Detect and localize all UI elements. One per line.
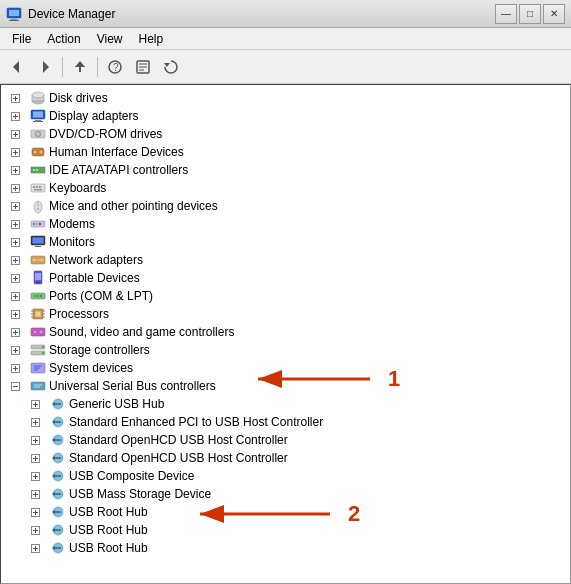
tree-item-label: Storage controllers <box>49 343 150 357</box>
tree-expander[interactable] <box>27 396 43 412</box>
tree-expander[interactable] <box>7 360 23 376</box>
tree-item-label: Ports (COM & LPT) <box>49 289 153 303</box>
help-button[interactable]: ? <box>102 54 128 80</box>
tree-item-generic-usb-hub[interactable]: Generic USB Hub <box>1 395 570 413</box>
tree-item-label: Keyboards <box>49 181 106 195</box>
tree-expander[interactable] <box>7 342 23 358</box>
tree-item-label: System devices <box>49 361 133 375</box>
tree-item-portable-devices[interactable]: Portable Devices <box>1 269 570 287</box>
tree-item-icon-monitor <box>30 234 46 250</box>
properties-button[interactable] <box>130 54 156 80</box>
tree-expander[interactable] <box>7 126 23 142</box>
tree-item-modems[interactable]: Modems <box>1 215 570 233</box>
tree-item-network-adapters[interactable]: Network adapters <box>1 251 570 269</box>
menu-help[interactable]: Help <box>131 30 172 48</box>
tree-item-label: Generic USB Hub <box>69 397 164 411</box>
svg-rect-50 <box>33 186 35 188</box>
tree-item-icon-usb <box>30 378 46 394</box>
tree-item-usb-root-hub-3[interactable]: USB Root Hub <box>1 539 570 557</box>
tree-expander[interactable] <box>7 288 23 304</box>
tree-expander[interactable] <box>7 198 23 214</box>
tree-expander[interactable] <box>7 108 23 124</box>
tree-expander[interactable] <box>7 378 23 394</box>
tree-item-dvd-cdrom[interactable]: DVD/CD-ROM drives <box>1 125 570 143</box>
title-bar-left: Device Manager <box>6 6 115 22</box>
update-button[interactable] <box>158 54 184 80</box>
tree-item-icon-cpu <box>30 306 46 322</box>
tree-item-usb-composite[interactable]: USB Composite Device <box>1 467 570 485</box>
tree-item-sound-video[interactable]: Sound, video and game controllers <box>1 323 570 341</box>
tree-item-icon-usb-device <box>50 522 66 538</box>
tree-item-standard-openhcd-2[interactable]: Standard OpenHCD USB Host Controller <box>1 449 570 467</box>
tree-expander[interactable] <box>7 162 23 178</box>
tree-item-label: IDE ATA/ATAPI controllers <box>49 163 188 177</box>
close-button[interactable]: ✕ <box>543 4 565 24</box>
tree-item-icon-usb-device <box>50 486 66 502</box>
tree-item-disk-drives[interactable]: Disk drives <box>1 89 570 107</box>
tree-item-processors[interactable]: Processors <box>1 305 570 323</box>
back-button[interactable] <box>4 54 30 80</box>
tree-item-icon-keyboard <box>30 180 46 196</box>
tree-item-ide-ata[interactable]: IDE ATA/ATAPI controllers <box>1 161 570 179</box>
tree-item-usb-root-hub-2[interactable]: USB Root Hub <box>1 521 570 539</box>
tree-item-storage-controllers[interactable]: Storage controllers <box>1 341 570 359</box>
tree-expander[interactable] <box>27 432 43 448</box>
tree-expander[interactable] <box>7 180 23 196</box>
tree-item-usb-root-hub-1[interactable]: USB Root Hub <box>1 503 570 521</box>
tree-item-human-interface[interactable]: Human Interface Devices <box>1 143 570 161</box>
tree-item-display-adapters[interactable]: Display adapters <box>1 107 570 125</box>
tree-expander[interactable] <box>27 450 43 466</box>
device-tree[interactable]: Disk drivesDisplay adaptersDVD/CD-ROM dr… <box>0 84 571 584</box>
tree-item-label: Modems <box>49 217 95 231</box>
svg-point-79 <box>41 259 44 262</box>
forward-button[interactable] <box>32 54 58 80</box>
menu-view[interactable]: View <box>89 30 131 48</box>
tree-expander[interactable] <box>27 468 43 484</box>
main-wrapper: Disk drivesDisplay adaptersDVD/CD-ROM dr… <box>0 84 571 584</box>
tree-item-icon-sound <box>30 324 46 340</box>
tree-item-icon-usb-device <box>50 396 66 412</box>
tree-item-monitors[interactable]: Monitors <box>1 233 570 251</box>
menu-file[interactable]: File <box>4 30 39 48</box>
svg-point-20 <box>32 92 44 98</box>
tree-expander[interactable] <box>7 90 23 106</box>
up-button[interactable] <box>67 54 93 80</box>
tree-item-standard-openhcd-1[interactable]: Standard OpenHCD USB Host Controller <box>1 431 570 449</box>
tree-item-icon-display <box>30 108 46 124</box>
tree-item-usb-mass-storage[interactable]: USB Mass Storage Device <box>1 485 570 503</box>
tree-expander[interactable] <box>27 522 43 538</box>
tree-expander[interactable] <box>7 324 23 340</box>
tree-item-mice[interactable]: Mice and other pointing devices <box>1 197 570 215</box>
svg-point-109 <box>39 330 43 334</box>
tree-expander[interactable] <box>27 540 43 556</box>
tree-item-icon-usb-device <box>50 504 66 520</box>
tree-item-standard-enhanced-pci[interactable]: Standard Enhanced PCI to USB Host Contro… <box>1 413 570 431</box>
minimize-button[interactable]: — <box>495 4 517 24</box>
menu-action[interactable]: Action <box>39 30 88 48</box>
svg-rect-52 <box>39 186 41 188</box>
tree-item-label: USB Root Hub <box>69 523 148 537</box>
tree-item-ports[interactable]: Ports (COM & LPT) <box>1 287 570 305</box>
tree-expander[interactable] <box>27 414 43 430</box>
svg-rect-126 <box>31 382 45 390</box>
maximize-button[interactable]: □ <box>519 4 541 24</box>
tree-expander[interactable] <box>7 306 23 322</box>
tree-expander[interactable] <box>7 234 23 250</box>
tree-expander[interactable] <box>27 486 43 502</box>
tree-item-icon-usb-device <box>50 450 66 466</box>
tree-expander[interactable] <box>7 252 23 268</box>
tree-expander[interactable] <box>27 504 43 520</box>
tree-expander[interactable] <box>7 216 23 232</box>
tree-item-keyboards[interactable]: Keyboards <box>1 179 570 197</box>
tree-item-icon-portable <box>30 270 46 286</box>
toolbar: ? <box>0 50 571 84</box>
tree-item-icon-storage <box>30 342 46 358</box>
svg-rect-26 <box>35 120 41 121</box>
tree-item-icon-hid <box>30 144 46 160</box>
svg-rect-25 <box>33 112 43 118</box>
window-title: Device Manager <box>28 7 115 21</box>
tree-expander[interactable] <box>7 270 23 286</box>
tree-item-system-devices[interactable]: System devices <box>1 359 570 377</box>
tree-expander[interactable] <box>7 144 23 160</box>
tree-item-usb-controllers[interactable]: Universal Serial Bus controllers <box>1 377 570 395</box>
